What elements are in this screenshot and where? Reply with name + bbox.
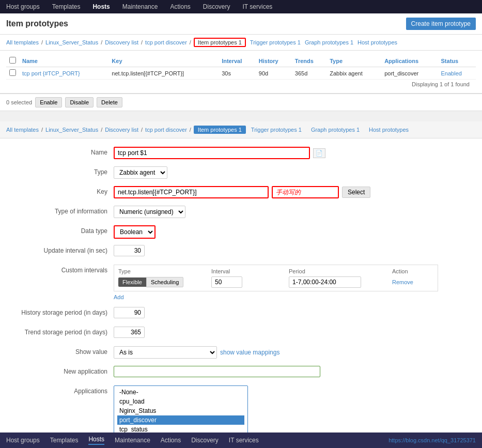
breadcrumb-nav-1: All templates / Linux_Server_Status / Di… (0, 35, 482, 51)
tab-item-prototypes[interactable]: Item prototypes 1 (194, 38, 246, 47)
app-option-port-discover: port_discover (117, 415, 244, 425)
header-action: Action (392, 268, 433, 274)
col-trends: Trends (292, 55, 326, 67)
tab-host-prototypes[interactable]: Host prototypes (357, 39, 397, 45)
row-key: net.tcp.listen[{#TCP_PORT}] (108, 67, 219, 80)
status-nav-hosts[interactable]: Hosts (88, 436, 104, 445)
header-type: Type (118, 268, 211, 274)
col-interval: Interval (219, 55, 256, 67)
new-app-label: New application (10, 366, 114, 375)
form-tab-item-prototypes[interactable]: Item prototypes 1 (194, 126, 246, 134)
key-input[interactable] (114, 186, 269, 198)
new-app-input[interactable] (114, 366, 320, 377)
period-value-input[interactable] (289, 276, 361, 288)
nav-hosts[interactable]: Hosts (90, 2, 112, 11)
data-type-row: Data type Boolean (10, 225, 472, 239)
status-nav-templates[interactable]: Templates (50, 437, 79, 444)
nav-maintenance[interactable]: Maintenance (120, 2, 160, 11)
name-label: Name (10, 147, 114, 156)
form-bc-linux-server[interactable]: Linux_Server_Status (45, 127, 98, 133)
nav-actions[interactable]: Actions (168, 2, 192, 11)
status-url: https://blog.csdn.net/qq_31725371 (388, 437, 476, 443)
name-input[interactable] (114, 147, 310, 159)
row-type: Zabbix agent (326, 67, 381, 80)
disable-button[interactable]: Disable (65, 97, 94, 107)
form-bc-all-templates[interactable]: All templates (6, 127, 39, 133)
page-title: Item prototypes (6, 19, 68, 28)
form-tab-host-prototypes[interactable]: Host prototypes (365, 126, 413, 134)
status-nav-actions[interactable]: Actions (161, 437, 181, 444)
item-prototypes-table: Name Key Interval History Trends Type Ap… (6, 55, 476, 80)
breadcrumb-discovery-list[interactable]: Discovery list (105, 39, 138, 45)
row-status: Enabled (438, 67, 476, 80)
show-value-mappings-link[interactable]: show value mappings (220, 349, 279, 356)
row-checkbox[interactable] (9, 69, 16, 76)
show-value-select[interactable]: As is (114, 346, 217, 359)
status-bar-nav: Host groups Templates Hosts Maintenance … (6, 436, 259, 445)
key-manual-input[interactable] (272, 186, 339, 198)
history-label: History storage period (in days) (10, 307, 114, 316)
form-section: All templates / Linux_Server_Status / Di… (0, 121, 482, 448)
form-bc-discovery-list[interactable]: Discovery list (105, 127, 138, 133)
flexible-button[interactable]: Flexible (118, 277, 146, 287)
col-history: History (256, 55, 292, 67)
sep3: / (141, 39, 143, 45)
col-applications: Applications (381, 55, 438, 67)
row-name[interactable]: tcp port {#TCP_PORT} (19, 67, 108, 80)
nav-host-groups[interactable]: Host groups (4, 2, 42, 11)
name-row: Name 📄 (10, 147, 472, 160)
type-row: Type Zabbix agent (10, 166, 472, 180)
tab-graph-prototypes[interactable]: Graph prototypes 1 (305, 39, 353, 45)
nav-discovery[interactable]: Discovery (201, 2, 232, 11)
data-type-select[interactable]: Boolean (114, 225, 156, 239)
form-tab-trigger-prototypes[interactable]: Trigger prototypes 1 (247, 126, 306, 134)
type-select[interactable]: Zabbix agent (114, 166, 167, 179)
key-control-wrap: Select (114, 186, 370, 198)
form-body: Name 📄 Type Zabbix agent Key Select (0, 138, 482, 448)
nav-it-services[interactable]: IT services (241, 2, 275, 11)
add-interval-link[interactable]: Add (114, 294, 124, 300)
col-key: Key (108, 55, 219, 67)
form-sep2: / (101, 127, 102, 133)
app-option-cpu: cpu_load (117, 397, 244, 406)
history-row: History storage period (in days) (10, 307, 472, 320)
interval-row: FlexibleScheduling Remove (116, 275, 436, 289)
enable-button[interactable]: Enable (35, 97, 62, 107)
breadcrumb-linux-server[interactable]: Linux_Server_Status (45, 39, 98, 45)
interval-value-input[interactable] (211, 276, 242, 288)
type-of-info-label: Type of information (10, 206, 114, 215)
sep1: / (41, 39, 43, 45)
remove-link[interactable]: Remove (392, 279, 413, 285)
name-control-wrap: 📄 (114, 147, 325, 159)
history-control (114, 307, 145, 318)
trend-control (114, 327, 145, 338)
status-nav-discovery[interactable]: Discovery (191, 437, 219, 444)
show-value-control: As is show value mappings (114, 346, 279, 359)
type-of-info-select[interactable]: Numeric (unsigned) (114, 206, 185, 218)
status-nav-host-groups[interactable]: Host groups (6, 437, 40, 444)
select-button[interactable]: Select (342, 187, 370, 198)
custom-intervals-control: Type Interval Period Action FlexibleSche… (114, 265, 438, 301)
breadcrumb-all-templates[interactable]: All templates (6, 39, 39, 45)
history-input[interactable] (114, 307, 145, 318)
scheduling-button[interactable]: Scheduling (146, 277, 183, 287)
nav-templates[interactable]: Templates (50, 2, 83, 11)
tab-trigger-prototypes[interactable]: Trigger prototypes 1 (250, 39, 301, 45)
status-nav-maintenance[interactable]: Maintenance (115, 437, 150, 444)
status-nav-it-services[interactable]: IT services (229, 437, 259, 444)
trend-input[interactable] (114, 327, 145, 338)
select-all-checkbox[interactable] (9, 57, 16, 64)
show-value-row: Show value As is show value mappings (10, 346, 472, 360)
create-item-prototype-button[interactable]: Create item prototype (406, 18, 476, 30)
table-row: tcp port {#TCP_PORT} net.tcp.listen[{#TC… (6, 67, 476, 80)
intervals-header: Type Interval Period Action (116, 267, 436, 275)
data-type-control: Boolean (114, 225, 156, 239)
form-bc-tcp-port[interactable]: tcp port discover (145, 127, 187, 133)
breadcrumb-tcp-port[interactable]: tcp port discover (145, 39, 187, 45)
delete-button[interactable]: Delete (97, 97, 122, 107)
app-option-nginx: Nginx_Status (117, 406, 244, 415)
update-interval-input[interactable] (114, 245, 145, 256)
new-app-row: New application (10, 366, 472, 379)
sep4: / (190, 39, 191, 45)
form-tab-graph-prototypes[interactable]: Graph prototypes 1 (307, 126, 364, 134)
